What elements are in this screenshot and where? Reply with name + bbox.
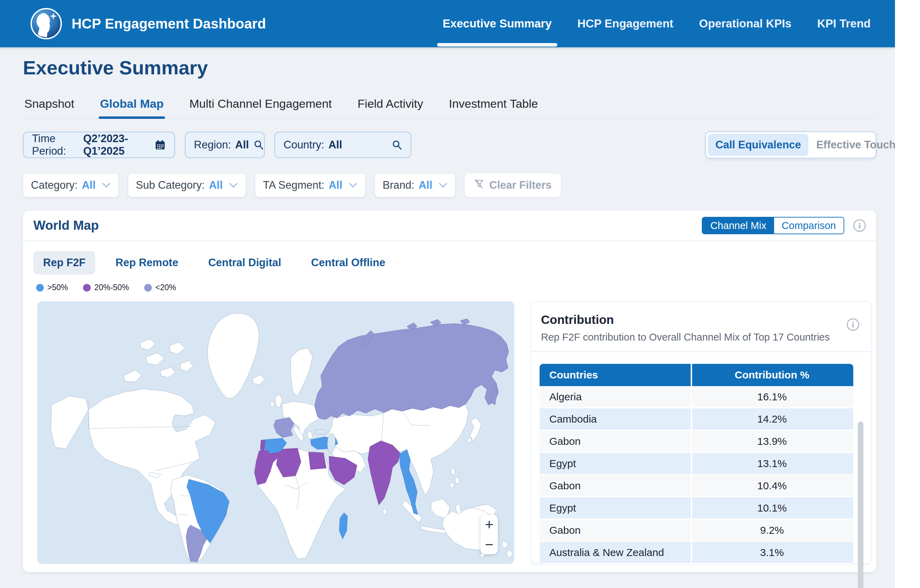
- table-row[interactable]: Algeria16.1%: [539, 386, 853, 408]
- country-label: Country:: [283, 139, 324, 151]
- zoom-out-button[interactable]: −: [481, 535, 498, 554]
- country-madagascar: [339, 513, 347, 539]
- right-gutter: [895, 0, 920, 588]
- filter-slash-icon: [474, 179, 484, 192]
- contribution-table: Countries Contribution % Algeria16.1% Ca…: [539, 364, 853, 564]
- region-label: Region:: [194, 139, 231, 151]
- brand: HCP Engagement Dashboard: [30, 7, 266, 40]
- country-india: [368, 441, 400, 505]
- table-row[interactable]: Gabon13.9%: [539, 431, 853, 453]
- subtab-central-offline[interactable]: Central Offline: [301, 251, 395, 275]
- contribution-subtitle: Rep F2F contribution to Overall Channel …: [541, 332, 861, 343]
- category-value: All: [82, 179, 96, 191]
- world-map-svg: [37, 301, 514, 564]
- world-map-card: World Map Channel Mix Comparison i Rep F…: [23, 211, 876, 572]
- subtab-rep-f2f[interactable]: Rep F2F: [33, 251, 95, 275]
- column-header-contribution[interactable]: Contribution %: [692, 364, 852, 386]
- world-map-title: World Map: [33, 218, 99, 233]
- channel-subtabs: Rep F2F Rep Remote Central Digital Centr…: [23, 241, 876, 275]
- map-content-row: + − Contribution Rep F2F contribution to…: [23, 292, 876, 564]
- table-row[interactable]: Egypt10.1%: [539, 497, 853, 520]
- app-title: HCP Engagement Dashboard: [71, 16, 266, 32]
- table-row[interactable]: Cambodia14.2%: [539, 408, 853, 431]
- nav-active-underline: [437, 43, 557, 47]
- tab-snapshot[interactable]: Snapshot: [23, 95, 76, 118]
- table-scrollbar[interactable]: [858, 421, 863, 588]
- top-navigation-bar: HCP Engagement Dashboard Executive Summa…: [0, 0, 895, 47]
- table-row[interactable]: Egypt13.1%: [539, 453, 853, 475]
- info-icon[interactable]: i: [847, 318, 859, 331]
- brand-label: Brand:: [382, 179, 414, 191]
- nav-item-executive-summary[interactable]: Executive Summary: [443, 0, 552, 47]
- map-view-toggle: Channel Mix Comparison: [702, 217, 844, 234]
- sub-category-filter[interactable]: Sub Category: All: [128, 173, 246, 198]
- country-france[interactable]: [274, 417, 294, 437]
- toggle-call-equivalence[interactable]: Call Equivalence: [708, 134, 808, 156]
- contribution-header: Contribution Rep F2F contribution to Ove…: [539, 302, 863, 343]
- map-legend: >50% 20%-50% <20%: [23, 275, 876, 292]
- dashboard-page: HCP Engagement Dashboard Executive Summa…: [0, 0, 895, 588]
- world-map-header: World Map Channel Mix Comparison i: [23, 211, 876, 241]
- country-value: All: [328, 139, 342, 151]
- company-logo-icon: [30, 7, 63, 40]
- page-title: Executive Summary: [23, 56, 872, 79]
- legend-item-mid: 20%-50%: [83, 283, 129, 292]
- metric-toggle: Call Equivalence Effective Touchpoint: [705, 131, 876, 159]
- table-row[interactable]: Gabon9.2%: [539, 520, 853, 542]
- page-content: Executive Summary Snapshot Global Map Mu…: [0, 56, 895, 572]
- time-period-label: Time Period:: [32, 133, 79, 157]
- tab-field-activity[interactable]: Field Activity: [356, 95, 424, 118]
- legend-dot-lavender: [144, 284, 152, 292]
- time-period-filter[interactable]: Time Period: Q2’2023-Q1’2025: [23, 132, 175, 158]
- column-header-countries[interactable]: Countries: [539, 364, 692, 386]
- region-filter[interactable]: Region: All: [185, 132, 265, 158]
- toggle-channel-mix[interactable]: Channel Mix: [703, 217, 774, 233]
- subtab-rep-remote[interactable]: Rep Remote: [105, 251, 188, 275]
- section-tabs: Snapshot Global Map Multi Channel Engage…: [23, 95, 876, 119]
- category-label: Category:: [31, 179, 78, 191]
- tab-investment-table[interactable]: Investment Table: [447, 95, 539, 118]
- ta-segment-filter[interactable]: TA Segment: All: [255, 173, 366, 198]
- table-header-row: Countries Contribution %: [539, 364, 853, 386]
- country-egypt: [309, 452, 326, 470]
- contribution-title: Contribution: [541, 313, 861, 327]
- subtab-central-digital[interactable]: Central Digital: [198, 251, 291, 275]
- clear-filters-label: Clear Filters: [489, 179, 551, 191]
- main-nav: Executive Summary HCP Engagement Operati…: [443, 0, 871, 47]
- toggle-comparison[interactable]: Comparison: [774, 217, 844, 233]
- sub-category-value: All: [209, 179, 223, 191]
- category-filter[interactable]: Category: All: [23, 173, 119, 198]
- country-filter[interactable]: Country: All: [274, 132, 411, 158]
- nav-item-operational-kpis[interactable]: Operational KPIs: [699, 0, 792, 47]
- divider: [531, 352, 871, 352]
- tab-multi-channel-engagement[interactable]: Multi Channel Engagement: [188, 95, 333, 118]
- legend-item-gt50: >50%: [36, 283, 68, 292]
- sub-category-label: Sub Category:: [136, 179, 205, 191]
- filter-row-secondary: Category: All Sub Category: All TA Segme…: [23, 173, 872, 198]
- legend-item-lt20: <20%: [144, 283, 176, 292]
- calendar-icon: [154, 139, 166, 151]
- legend-dot-blue: [36, 284, 44, 292]
- chevron-down-icon: [229, 183, 238, 188]
- filter-row-primary: Time Period: Q2’2023-Q1’2025 Region: All…: [23, 131, 876, 159]
- zoom-in-button[interactable]: +: [481, 515, 498, 535]
- table-row[interactable]: Australia & New Zealand3.1%: [539, 542, 853, 564]
- table-body: Algeria16.1% Cambodia14.2% Gabon13.9% Eg…: [539, 386, 853, 564]
- info-icon[interactable]: i: [853, 219, 866, 232]
- brand-filter[interactable]: Brand: All: [374, 173, 455, 198]
- country-russia[interactable]: [315, 319, 509, 420]
- time-period-value: Q2’2023-Q1’2025: [83, 133, 150, 157]
- chevron-down-icon: [439, 183, 447, 188]
- map-zoom-control: + −: [481, 515, 498, 554]
- region-value: All: [235, 139, 249, 151]
- nav-item-hcp-engagement[interactable]: HCP Engagement: [577, 0, 673, 47]
- world-map-canvas[interactable]: + −: [37, 301, 514, 564]
- clear-filters-button[interactable]: Clear Filters: [465, 173, 561, 198]
- tab-global-map[interactable]: Global Map: [99, 95, 165, 118]
- table-row[interactable]: Gabon10.4%: [539, 475, 853, 497]
- chevron-down-icon: [348, 183, 358, 188]
- chevron-down-icon: [102, 183, 111, 188]
- search-icon: [253, 139, 264, 151]
- nav-item-kpi-trend[interactable]: KPI Trend: [817, 0, 871, 47]
- legend-dot-purple: [83, 284, 91, 292]
